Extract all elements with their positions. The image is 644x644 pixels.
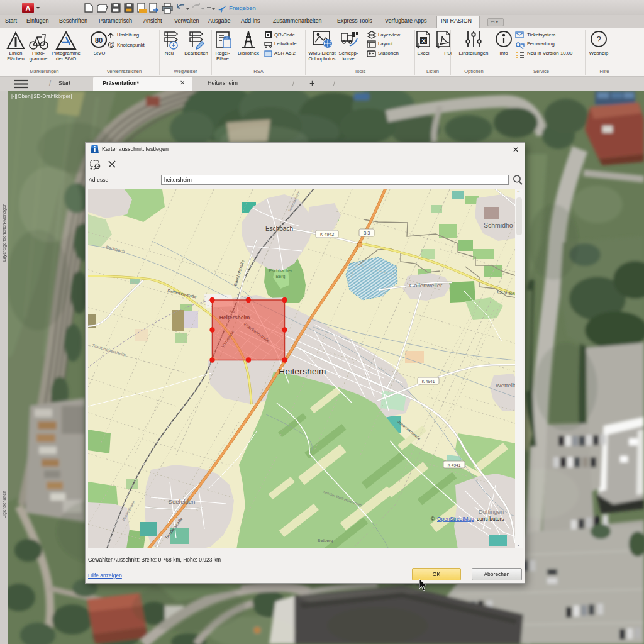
- svg-text:Gallenweiler: Gallenweiler: [409, 282, 442, 289]
- svg-text:Eschbacher: Eschbacher: [269, 269, 293, 273]
- svg-text:80: 80: [95, 36, 103, 44]
- svg-text:Kag: Kag: [230, 310, 235, 313]
- svg-text:S: S: [110, 43, 113, 47]
- svg-text:Seefelden: Seefelden: [169, 498, 196, 505]
- svg-text:contributors: contributors: [477, 516, 504, 522]
- svg-text:K 4941: K 4941: [448, 463, 461, 467]
- svg-text:Betberg: Betberg: [318, 538, 333, 543]
- svg-text:X: X: [421, 38, 425, 44]
- svg-text:OpenStreetMap: OpenStreetMap: [437, 516, 474, 522]
- svg-text:K 4942: K 4942: [320, 232, 334, 236]
- svg-text:A: A: [26, 4, 31, 12]
- svg-text:Heitersheim: Heitersheim: [219, 314, 250, 321]
- svg-text:Wettelbr: Wettelbr: [496, 382, 515, 389]
- svg-text:Heitersheim: Heitersheim: [279, 367, 326, 376]
- svg-text:Schmidho: Schmidho: [484, 221, 513, 229]
- svg-text:©: ©: [431, 516, 435, 522]
- svg-text:Eschbach: Eschbach: [265, 225, 293, 232]
- svg-text:Berg: Berg: [276, 274, 286, 279]
- svg-text:K 4941: K 4941: [422, 379, 435, 384]
- svg-text:B 3: B 3: [364, 231, 370, 235]
- svg-text:Dottingen: Dottingen: [479, 508, 504, 515]
- svg-text:?: ?: [596, 35, 601, 44]
